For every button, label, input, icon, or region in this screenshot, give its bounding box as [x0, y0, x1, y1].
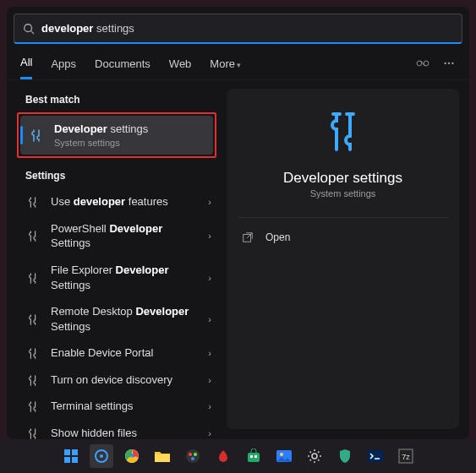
svg-rect-23	[248, 453, 260, 462]
svg-point-19	[186, 449, 200, 463]
svg-rect-12	[64, 457, 70, 463]
settings-dev-icon	[25, 271, 41, 285]
svg-point-15	[100, 454, 103, 458]
svg-rect-18	[155, 454, 170, 462]
preview-pane: Developer settings System settings Open	[227, 89, 459, 429]
search-icon	[23, 23, 35, 35]
taskbar-terminal[interactable]	[364, 444, 387, 468]
filter-tabs: All Apps Documents Web More▾	[7, 47, 469, 80]
taskbar: 7z	[0, 439, 476, 473]
section-best-match: Best match	[7, 90, 225, 112]
preview-title: Developer settings	[283, 170, 402, 187]
chevron-right-icon: ›	[208, 273, 216, 283]
taskbar-security[interactable]	[333, 444, 357, 468]
result-setting[interactable]: PowerShell Developer Settings›	[7, 215, 225, 257]
svg-point-22	[191, 457, 194, 460]
tab-more[interactable]: More▾	[210, 57, 241, 79]
taskbar-photos[interactable]	[272, 444, 296, 468]
result-setting[interactable]: Show hidden files›	[7, 420, 225, 439]
result-setting[interactable]: Turn on device discovery›	[7, 367, 225, 394]
section-settings: Settings	[7, 166, 225, 188]
chevron-right-icon: ›	[208, 401, 216, 411]
chevron-right-icon: ›	[208, 348, 216, 358]
preview-subtitle: System settings	[310, 188, 376, 198]
taskbar-7zip[interactable]: 7z	[394, 444, 418, 468]
svg-point-5	[448, 63, 450, 64]
result-setting[interactable]: Use developer features›	[7, 188, 225, 215]
result-setting[interactable]: Enable Device Portal›	[7, 340, 225, 367]
chevron-right-icon: ›	[208, 428, 216, 438]
active-indicator	[20, 126, 23, 144]
svg-point-27	[280, 453, 283, 456]
settings-dev-icon	[29, 128, 44, 143]
taskbar-app-colorwheel[interactable]	[181, 444, 205, 468]
tab-web[interactable]: Web	[169, 57, 192, 79]
results-list: Best match Developer settings System set…	[7, 80, 225, 439]
settings-dev-icon	[25, 346, 41, 360]
result-best-match[interactable]: Developer settings System settings	[20, 116, 213, 155]
result-setting[interactable]: Remote Desktop Developer Settings›	[7, 298, 225, 340]
chevron-right-icon: ›	[208, 375, 216, 385]
svg-text:7z: 7z	[402, 453, 410, 461]
settings-dev-icon	[25, 195, 41, 209]
open-action[interactable]: Open	[238, 226, 447, 248]
svg-point-6	[451, 63, 453, 64]
settings-dev-icon	[25, 427, 41, 439]
svg-point-2	[417, 61, 422, 66]
tab-documents[interactable]: Documents	[95, 57, 150, 79]
settings-dev-icon	[25, 400, 41, 413]
svg-rect-10	[64, 449, 70, 455]
tab-all[interactable]: All	[20, 56, 32, 79]
svg-point-21	[194, 453, 197, 456]
taskbar-app-red[interactable]	[211, 444, 235, 468]
search-query: developer settings	[41, 22, 453, 35]
svg-point-3	[424, 61, 429, 66]
settings-dev-icon	[25, 229, 41, 242]
svg-line-1	[31, 30, 35, 34]
taskbar-chrome[interactable]	[120, 444, 144, 468]
account-link-icon[interactable]	[415, 57, 430, 69]
chevron-right-icon: ›	[208, 231, 216, 241]
svg-rect-13	[72, 457, 78, 463]
chevron-right-icon: ›	[208, 314, 216, 324]
svg-point-4	[444, 63, 446, 64]
taskbar-explorer[interactable]	[150, 444, 174, 468]
search-input[interactable]: developer settings	[14, 14, 462, 44]
settings-dev-icon	[25, 313, 41, 326]
preview-icon	[318, 107, 369, 158]
taskbar-settings[interactable]	[303, 444, 326, 468]
svg-rect-29	[368, 450, 383, 462]
more-icon[interactable]	[442, 57, 456, 69]
divider	[238, 217, 447, 218]
taskbar-store[interactable]	[242, 444, 265, 468]
svg-rect-11	[72, 449, 78, 455]
tab-apps[interactable]: Apps	[51, 57, 76, 79]
taskbar-search[interactable]	[90, 444, 113, 468]
svg-point-0	[25, 24, 32, 31]
svg-rect-24	[250, 455, 253, 458]
taskbar-start[interactable]	[59, 444, 83, 468]
result-setting[interactable]: Terminal settings›	[7, 393, 225, 420]
chevron-right-icon: ›	[208, 197, 216, 207]
open-icon	[242, 231, 255, 243]
svg-rect-25	[254, 455, 257, 458]
highlight-annotation: Developer settings System settings	[17, 112, 216, 158]
result-setting[interactable]: File Explorer Developer Settings›	[7, 257, 225, 298]
svg-point-28	[312, 454, 317, 459]
chevron-down-icon: ▾	[237, 61, 241, 69]
svg-point-20	[189, 453, 192, 456]
settings-dev-icon	[25, 373, 41, 387]
